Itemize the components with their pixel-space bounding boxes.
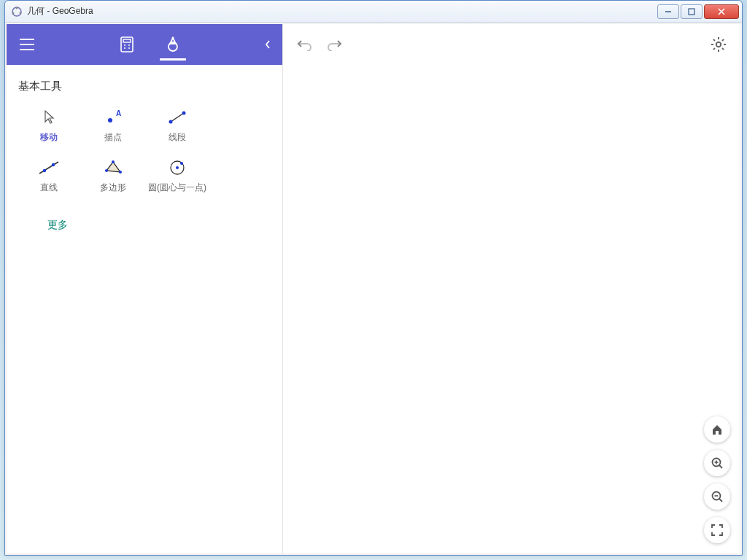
client-area: 基本工具 移动 A: [5, 23, 742, 555]
svg-point-29: [112, 160, 115, 163]
svg-point-14: [128, 44, 130, 46]
app-icon: [11, 6, 23, 18]
tool-point[interactable]: A 描点: [82, 105, 144, 147]
tab-tools[interactable]: [160, 24, 186, 65]
window-title: 几何 - GeoGebra: [27, 5, 656, 18]
line-icon: [36, 158, 61, 177]
chevron-left-icon: [264, 39, 271, 50]
svg-line-21: [171, 113, 184, 122]
collapse-sidebar-button[interactable]: [253, 24, 282, 65]
svg-point-25: [43, 169, 46, 172]
svg-line-44: [719, 465, 722, 468]
calculator-icon: [119, 36, 135, 53]
tool-label: 圆(圆心与一点): [148, 182, 206, 194]
svg-line-48: [719, 499, 722, 502]
tool-circle[interactable]: 圆(圆心与一点): [147, 155, 208, 197]
polygon-icon: [101, 158, 125, 177]
tool-label: 描点: [104, 131, 122, 144]
menu-button[interactable]: [7, 24, 47, 65]
app-content: 基本工具 移动 A: [7, 24, 740, 553]
view-tabs: [47, 24, 253, 65]
settings-button[interactable]: [704, 30, 733, 59]
svg-rect-5: [689, 9, 694, 15]
canvas-float-controls: [704, 416, 730, 543]
svg-point-26: [52, 163, 55, 166]
svg-point-30: [119, 171, 122, 174]
svg-point-33: [180, 162, 183, 165]
zoom-in-button[interactable]: [704, 450, 730, 476]
home-view-button[interactable]: [704, 416, 730, 443]
point-icon: A: [101, 108, 125, 127]
tool-move[interactable]: 移动: [18, 105, 80, 147]
tool-label: 多边形: [100, 182, 126, 194]
tool-label: 移动: [40, 131, 58, 144]
canvas-toolbar: [283, 24, 740, 65]
canvas-area[interactable]: [282, 24, 740, 553]
minimize-button[interactable]: [657, 4, 679, 19]
sidebar-toolbar: [7, 24, 282, 65]
svg-point-15: [124, 47, 125, 49]
svg-point-16: [128, 47, 130, 49]
zoom-out-button[interactable]: [704, 483, 730, 510]
undo-button[interactable]: [290, 30, 320, 59]
segment-icon: [165, 108, 190, 127]
home-icon: [711, 423, 724, 436]
gear-icon: [711, 36, 727, 52]
undo-icon: [297, 38, 313, 51]
svg-marker-27: [107, 162, 120, 172]
svg-point-3: [12, 12, 15, 14]
redo-icon: [326, 38, 342, 51]
svg-point-32: [176, 166, 179, 169]
tools-panel: 基本工具 移动 A: [7, 65, 282, 246]
zoom-out-icon: [711, 490, 724, 503]
tool-label: 线段: [169, 131, 186, 144]
svg-line-24: [39, 162, 58, 174]
tools-section-title: 基本工具: [18, 79, 271, 93]
svg-point-28: [105, 169, 108, 172]
svg-point-18: [172, 37, 174, 39]
fullscreen-icon: [711, 524, 723, 536]
svg-line-41: [722, 39, 724, 41]
cursor-icon: [36, 108, 61, 127]
compass-icon: [164, 36, 182, 53]
svg-line-40: [722, 48, 724, 50]
svg-point-1: [16, 7, 18, 9]
tool-label: 直线: [40, 182, 58, 194]
svg-point-13: [124, 44, 125, 46]
more-tools-link[interactable]: 更多: [47, 219, 68, 232]
hamburger-icon: [19, 38, 35, 51]
tool-polygon[interactable]: 多边形: [82, 155, 144, 197]
tool-grid: 移动 A 描点: [18, 105, 271, 197]
app-window: 几何 - GeoGebra: [4, 0, 743, 556]
svg-rect-12: [123, 39, 131, 42]
sidebar: 基本工具 移动 A: [7, 24, 282, 553]
svg-point-23: [182, 112, 186, 115]
redo-button[interactable]: [320, 30, 349, 59]
svg-line-42: [713, 48, 715, 50]
svg-text:A: A: [116, 110, 121, 117]
titlebar[interactable]: 几何 - GeoGebra: [5, 1, 742, 23]
tab-algebra[interactable]: [115, 24, 139, 65]
fullscreen-button[interactable]: [704, 517, 730, 543]
tool-line[interactable]: 直线: [18, 155, 80, 197]
tool-segment[interactable]: 线段: [147, 105, 208, 147]
svg-point-22: [169, 120, 173, 124]
svg-point-2: [20, 12, 22, 14]
zoom-in-icon: [711, 456, 724, 470]
circle-icon: [165, 158, 190, 177]
maximize-button[interactable]: [681, 4, 703, 19]
svg-point-19: [108, 118, 112, 122]
svg-line-39: [713, 39, 715, 41]
window-controls: [656, 4, 739, 19]
svg-point-34: [716, 42, 721, 47]
close-button[interactable]: [704, 4, 739, 19]
